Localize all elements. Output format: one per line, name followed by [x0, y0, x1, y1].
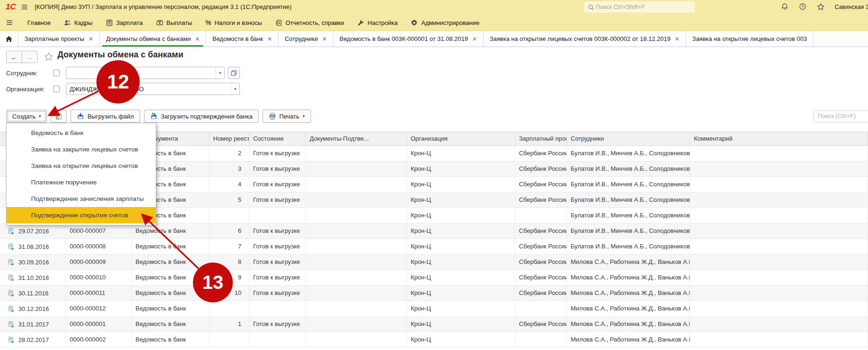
cell-state: Готов к выгрузке — [249, 239, 306, 254]
column-header-state[interactable]: Состояние — [249, 132, 306, 145]
forward-button[interactable]: → — [22, 51, 38, 63]
menu-item-salary[interactable]: Зарплата — [99, 15, 150, 31]
create-menu-item-zayavka-zakrytie-schetov[interactable]: Заявка на закрытие лицевых счетов — [7, 141, 156, 158]
menu-item-payments[interactable]: Выплаты — [150, 15, 199, 31]
column-header-salary_project[interactable]: Зарплатный проект — [515, 132, 567, 145]
cell-organization: Крон-Ц — [407, 301, 515, 316]
create-menu-item-podtverzhdenie-otkrytiya-schetov[interactable]: Подтверждение открытия счетов — [7, 207, 156, 223]
cell-state — [249, 301, 306, 316]
employee-filter-checkbox[interactable] — [53, 70, 60, 76]
close-icon[interactable]: ✕ — [267, 36, 272, 42]
cell-employees: Булатов И.В., Минчев А.Б., Солодовникова… — [567, 146, 690, 161]
column-header-comment[interactable]: Комментарий — [690, 132, 868, 145]
organization-filter-checkbox[interactable] — [53, 86, 60, 92]
employee-filter-input[interactable] — [66, 67, 215, 79]
cell-organization: Крон-Ц — [407, 270, 515, 285]
close-icon[interactable]: ✕ — [675, 36, 679, 42]
favorite-star-icon[interactable] — [44, 52, 54, 62]
column-header-organization[interactable]: Организация — [407, 132, 515, 145]
chevron-down-icon[interactable]: ▾ — [231, 83, 239, 95]
cell-employees: Булатов И.В., Минчев А.Б., Солодовникова… — [567, 208, 690, 223]
menu-item-label: Зарплата — [116, 19, 143, 26]
list-search-input[interactable] — [813, 110, 868, 122]
history-clock-icon[interactable] — [799, 3, 806, 10]
table-row[interactable]: 28.02.20170000-000002Ведомость в банкКро… — [0, 332, 868, 348]
table-row[interactable]: 29.07.20160000-000007Ведомость в банк6Го… — [0, 223, 868, 239]
cell-employees: Булатов И.В., Минчев А.Б., Солодовникова… — [567, 177, 690, 192]
document-posted-icon — [8, 243, 15, 250]
notifications-bell-icon[interactable] — [781, 3, 788, 10]
close-icon[interactable]: ✕ — [322, 36, 327, 42]
current-user[interactable]: Савинская З — [835, 4, 868, 10]
create-menu-item-platezhnoe-poruchenie[interactable]: Платежное поручение — [7, 174, 156, 191]
print-button[interactable]: Печать▾ — [263, 110, 311, 123]
organization-filter-input[interactable] — [66, 83, 230, 95]
callout-step-12: 12 — [96, 60, 140, 103]
tab-employees[interactable]: Сотрудники✕ — [279, 31, 333, 47]
organization-filter-combo[interactable]: ▾ — [66, 83, 240, 95]
table-row[interactable]: 30.09.20160000-000009Ведомость в банк8Го… — [0, 255, 868, 270]
cell-confirm_docs — [306, 192, 407, 207]
sections-hamburger-icon[interactable] — [6, 19, 13, 26]
document-posted-icon — [8, 321, 15, 328]
table-row[interactable]: 31.08.20160000-000008Ведомость в банк7Го… — [0, 239, 868, 255]
chevron-down-icon[interactable]: ▾ — [215, 67, 224, 79]
cell-state: Готов к выгрузке — [249, 255, 306, 270]
cell-date: 31.10.2016 — [0, 270, 66, 285]
back-button[interactable]: ← — [6, 51, 22, 63]
export-file-button[interactable]: Выгрузить файл — [71, 110, 140, 123]
menu-item-label: Главное — [27, 19, 51, 26]
employee-open-list-button[interactable] — [228, 67, 240, 79]
global-search-input[interactable] — [595, 3, 692, 11]
cell-number: 0000-000002 — [66, 332, 132, 347]
create-menu-item-vedomost-v-bank[interactable]: Ведомость в банк — [7, 125, 156, 141]
tab-bank-exchange-documents[interactable]: Документы обмена с банками✕ — [100, 31, 206, 47]
main-hamburger-icon[interactable] — [21, 3, 28, 11]
cell-salary_project: Сбербанк России... — [515, 223, 567, 239]
cell-salary_project — [515, 301, 567, 316]
menu-item-staff[interactable]: Кадры — [57, 15, 99, 31]
create-menu-item-podtverzhdenie-zachisleniya-zarplaty[interactable]: Подтверждение зачисления зарплаты — [7, 191, 156, 207]
cell-state: Готов к выгрузке — [249, 192, 306, 207]
column-header-registry_number[interactable]: Номер реестра — [209, 132, 249, 145]
close-icon[interactable]: ✕ — [472, 36, 477, 42]
close-icon[interactable]: ✕ — [88, 36, 93, 42]
tab-bank-statements[interactable]: Ведомости в банк✕ — [206, 31, 279, 47]
cell-number: 0000-000008 — [66, 239, 132, 254]
tab-bank-statement-003k-000001[interactable]: Ведомость в банк 003К-000001 от 31.08.20… — [334, 31, 484, 47]
menu-item-administration[interactable]: Администрирование — [404, 15, 486, 31]
employee-filter-combo[interactable]: ▾ — [66, 67, 225, 79]
tab-salary-projects[interactable]: Зарплатные проекты✕ — [18, 31, 100, 47]
cell-employees: Милова С.А., Работкина Ж.Д., Ваньков А.М… — [567, 317, 690, 332]
cell-salary_project: Сбербанк России... — [515, 177, 567, 192]
tab-account-opening-request-003k-000002[interactable]: Заявка на открытие лицевых счетов 003К-0… — [484, 31, 686, 47]
document-posted-icon — [8, 274, 15, 281]
cell-organization: Крон-Ц — [407, 255, 515, 270]
close-icon[interactable]: ✕ — [195, 36, 199, 42]
table-row[interactable]: 31.01.20170000-000001Ведомость в банк1Го… — [0, 317, 868, 332]
cell-date: 29.07.2016 — [0, 223, 66, 239]
menu-item-settings[interactable]: Настройка — [350, 15, 404, 31]
global-search[interactable] — [584, 1, 695, 13]
tab-home[interactable] — [0, 31, 18, 47]
column-header-confirm_docs[interactable]: Документы-Подтве... — [306, 132, 407, 145]
table-row[interactable]: 31.10.20160000-000010Ведомость в банк9Го… — [0, 270, 868, 286]
menu-item-main[interactable]: Главное — [21, 15, 57, 31]
create-menu-item-zayavka-otkrytie-schetov[interactable]: Заявка на открытие лицевых счетов — [7, 158, 156, 174]
column-header-employees[interactable]: Сотрудники — [567, 132, 690, 145]
document-posted-icon — [8, 259, 15, 266]
1c-logo: 1С — [6, 2, 16, 12]
favorites-star-icon[interactable] — [817, 3, 825, 11]
menubar-items: ГлавноеКадрыЗарплатаВыплаты%Налоги и взн… — [21, 15, 486, 31]
cell-organization: Крон-Ц — [407, 239, 515, 254]
table-row[interactable]: 30.11.20160000-000011Ведомость в банк10Г… — [0, 286, 868, 301]
tab-label: Документы обмена с банками — [106, 35, 191, 42]
create-button[interactable]: Создать▾ — [6, 110, 47, 123]
table-row[interactable]: 30.12.20160000-000012Ведомость в банкКро… — [0, 301, 868, 317]
menu-item-taxes[interactable]: %Налоги и взносы — [199, 15, 269, 31]
create-copy-button[interactable] — [51, 110, 67, 123]
taxes-icon: % — [205, 19, 211, 26]
menu-item-reports[interactable]: Отчетность, справки — [269, 15, 350, 31]
tab-account-opening-request-clipped[interactable]: Заявка на открытие лицевых счетов 003 — [686, 31, 813, 47]
load-bank-confirmations-button[interactable]: Загрузить подтверждения банка — [144, 110, 259, 123]
